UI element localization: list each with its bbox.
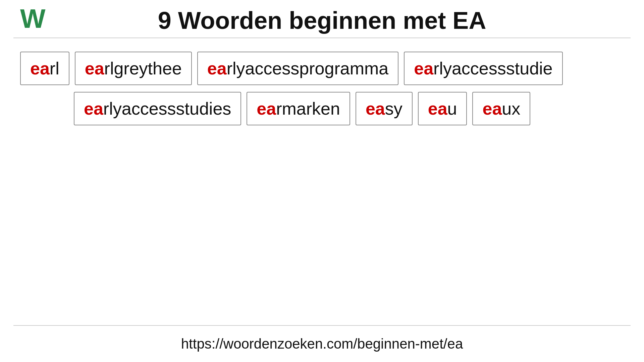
word-card-earlyaccessstudies[interactable]: earlyaccessstudies — [74, 92, 241, 125]
page-title: 9 Woorden beginnen met EA — [20, 7, 624, 34]
word-prefix: ea — [414, 58, 433, 78]
word-prefix: ea — [428, 99, 447, 119]
site-logo[interactable]: W — [20, 3, 46, 34]
word-prefix: ea — [85, 58, 104, 78]
word-suffix: rl — [50, 58, 59, 78]
word-row-2: earlyaccessstudies earmarken easy eau ea… — [20, 92, 624, 125]
word-suffix: rlyaccessstudies — [103, 99, 231, 119]
word-card-earlyaccessstudie[interactable]: earlyaccessstudie — [404, 52, 562, 85]
word-prefix: ea — [207, 58, 227, 78]
word-card-eau[interactable]: eau — [418, 92, 467, 125]
word-suffix: u — [447, 99, 457, 119]
word-prefix: ea — [84, 99, 103, 119]
word-card-earl[interactable]: earl — [20, 52, 69, 85]
header: W 9 Woorden beginnen met EA — [0, 0, 644, 38]
word-suffix: rlgreythee — [104, 58, 182, 78]
word-suffix: sy — [385, 99, 402, 119]
word-card-earlgreythee[interactable]: earlgreythee — [75, 52, 192, 85]
word-suffix: rlyaccessstudie — [433, 58, 552, 78]
word-card-easy[interactable]: easy — [356, 92, 413, 125]
word-card-earmarken[interactable]: earmarken — [247, 92, 350, 125]
word-row-1: earl earlgreythee earlyaccessprogramma e… — [20, 52, 624, 85]
word-suffix: ux — [502, 99, 520, 119]
word-prefix: ea — [482, 99, 502, 119]
word-card-eaux[interactable]: eaux — [472, 92, 530, 125]
word-suffix: rmarken — [276, 99, 340, 119]
word-card-earlyaccessprogramma[interactable]: earlyaccessprogramma — [197, 52, 398, 85]
footer-url: https://woordenzoeken.com/beginnen-met/e… — [0, 326, 644, 362]
word-grid: earl earlgreythee earlyaccessprogramma e… — [0, 38, 644, 325]
word-prefix: ea — [30, 58, 50, 78]
word-suffix: rlyaccessprogramma — [227, 58, 389, 78]
word-prefix: ea — [366, 99, 385, 119]
word-prefix: ea — [257, 99, 276, 119]
